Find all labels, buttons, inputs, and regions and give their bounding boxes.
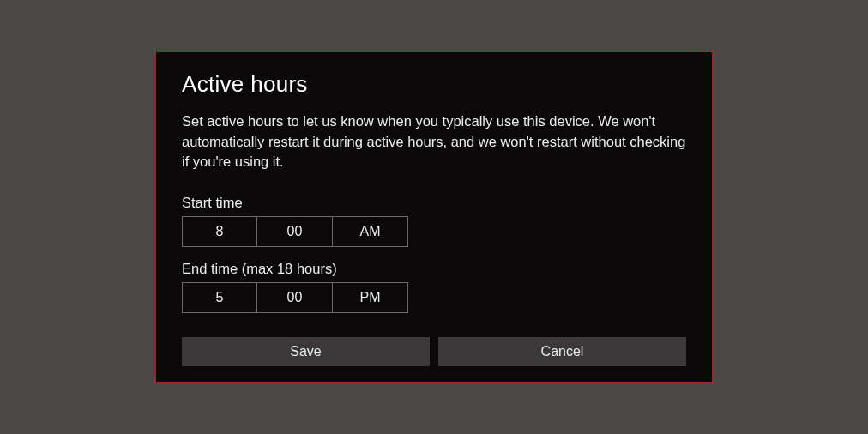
dialog-description: Set active hours to let us know when you… <box>182 112 686 172</box>
end-time-label: End time (max 18 hours) <box>182 261 686 277</box>
start-time-picker: 8 00 AM <box>182 216 686 247</box>
active-hours-dialog: Active hours Set active hours to let us … <box>154 51 714 383</box>
cancel-button[interactable]: Cancel <box>438 337 686 366</box>
end-hour-input[interactable]: 5 <box>182 282 257 313</box>
start-minute-input[interactable]: 00 <box>257 216 333 247</box>
end-time-picker: 5 00 PM <box>182 282 686 313</box>
end-minute-input[interactable]: 00 <box>257 282 333 313</box>
dialog-buttons: Save Cancel <box>182 337 686 366</box>
end-period-input[interactable]: PM <box>333 282 408 313</box>
start-hour-input[interactable]: 8 <box>182 216 257 247</box>
save-button[interactable]: Save <box>182 337 430 366</box>
start-time-label: Start time <box>182 195 686 211</box>
dialog-title: Active hours <box>182 71 686 98</box>
start-period-input[interactable]: AM <box>333 216 408 247</box>
